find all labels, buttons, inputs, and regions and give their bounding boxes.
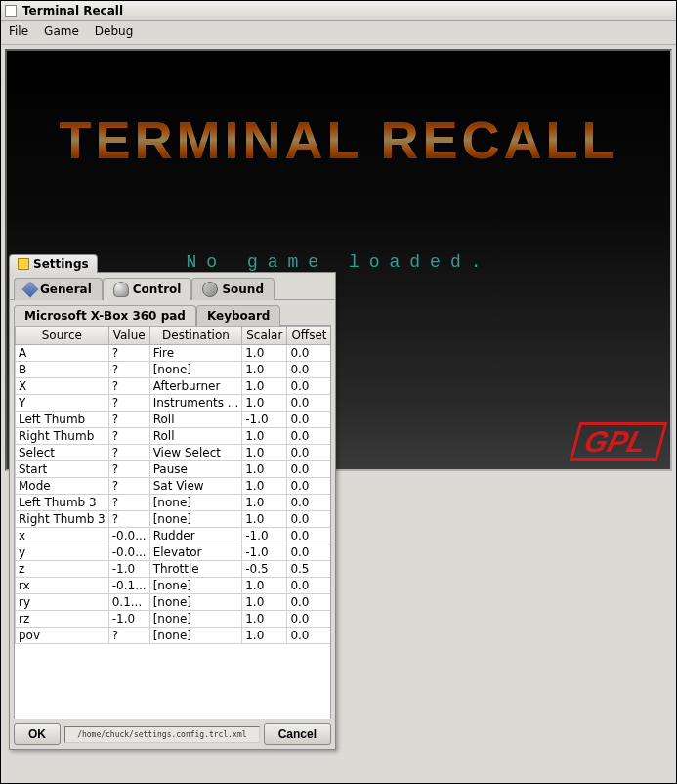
cell-source[interactable]: y (16, 544, 109, 561)
col-offset[interactable]: Offset (287, 327, 331, 345)
cell-value[interactable]: ? (108, 628, 149, 644)
cell-scalar[interactable]: 1.0 (242, 378, 287, 395)
cell-offset[interactable]: 0.0 (287, 544, 331, 561)
cell-source[interactable]: X (16, 378, 109, 395)
cell-scalar[interactable]: 1.0 (242, 428, 287, 445)
cell-offset[interactable]: 0.0 (287, 478, 331, 495)
table-row[interactable]: y-0.0...Elevator-1.00.0 (16, 544, 331, 561)
cell-source[interactable]: Left Thumb 3 (16, 495, 109, 511)
menu-debug[interactable]: Debug (95, 24, 133, 38)
table-row[interactable]: B?[none]1.00.0 (16, 362, 331, 378)
cell-destination[interactable]: [none] (149, 594, 242, 611)
cell-value[interactable]: ? (108, 428, 149, 445)
cell-source[interactable]: B (16, 362, 109, 378)
cell-destination[interactable]: Fire (149, 345, 242, 362)
table-row[interactable]: pov?[none]1.00.0 (16, 628, 331, 644)
cell-destination[interactable]: [none] (149, 611, 242, 628)
cell-destination[interactable]: Elevator (149, 544, 242, 561)
ok-button[interactable]: OK (14, 723, 61, 745)
cell-source[interactable]: Left Thumb (16, 412, 109, 428)
cell-scalar[interactable]: -1.0 (242, 544, 287, 561)
cell-source[interactable]: Mode (16, 478, 109, 495)
cell-destination[interactable]: Sat View (149, 478, 242, 495)
cell-scalar[interactable]: -1.0 (242, 412, 287, 428)
cell-offset[interactable]: 0.0 (287, 611, 331, 628)
cell-value[interactable]: ? (108, 495, 149, 511)
cell-destination[interactable]: [none] (149, 578, 242, 594)
cell-scalar[interactable]: -1.0 (242, 528, 287, 544)
cell-offset[interactable]: 0.0 (287, 428, 331, 445)
cell-source[interactable]: Y (16, 395, 109, 412)
cell-value[interactable]: -1.0 (108, 561, 149, 578)
cell-scalar[interactable]: 1.0 (242, 478, 287, 495)
cell-destination[interactable]: [none] (149, 362, 242, 378)
cell-destination[interactable]: [none] (149, 628, 242, 644)
cell-scalar[interactable]: 1.0 (242, 594, 287, 611)
cell-offset[interactable]: 0.0 (287, 378, 331, 395)
cancel-button[interactable]: Cancel (264, 723, 331, 745)
cell-value[interactable]: ? (108, 412, 149, 428)
cell-destination[interactable]: View Select (149, 445, 242, 461)
cell-source[interactable]: rz (16, 611, 109, 628)
cell-value[interactable]: ? (108, 511, 149, 528)
menu-file[interactable]: File (9, 24, 28, 38)
cell-offset[interactable]: 0.0 (287, 412, 331, 428)
cell-source[interactable]: Select (16, 445, 109, 461)
cell-scalar[interactable]: 1.0 (242, 611, 287, 628)
titlebar[interactable]: Terminal Recall (1, 1, 676, 21)
tab-general[interactable]: General (14, 278, 103, 300)
tab-xbox-pad[interactable]: Microsoft X-Box 360 pad (14, 305, 196, 326)
cell-value[interactable]: ? (108, 478, 149, 495)
col-scalar[interactable]: Scalar (242, 327, 287, 345)
table-row[interactable]: rx-0.1...[none]1.00.0 (16, 578, 331, 594)
cell-source[interactable]: Right Thumb (16, 428, 109, 445)
cell-destination[interactable]: [none] (149, 511, 242, 528)
cell-offset[interactable]: 0.0 (287, 345, 331, 362)
cell-offset[interactable]: 0.0 (287, 511, 331, 528)
cell-offset[interactable]: 0.0 (287, 461, 331, 478)
table-row[interactable]: Left Thumb 3?[none]1.00.0 (16, 495, 331, 511)
tab-sound[interactable]: Sound (191, 278, 275, 300)
cell-value[interactable]: -1.0 (108, 611, 149, 628)
cell-scalar[interactable]: 1.0 (242, 345, 287, 362)
cell-source[interactable]: Start (16, 461, 109, 478)
cell-offset[interactable]: 0.0 (287, 445, 331, 461)
table-row[interactable]: Y?Instruments ...1.00.0 (16, 395, 331, 412)
cell-value[interactable]: ? (108, 461, 149, 478)
tab-keyboard[interactable]: Keyboard (196, 305, 281, 326)
table-row[interactable]: X?Afterburner1.00.0 (16, 378, 331, 395)
settings-dialog-tab[interactable]: Settings (9, 254, 98, 273)
cell-source[interactable]: z (16, 561, 109, 578)
cell-scalar[interactable]: 1.0 (242, 511, 287, 528)
table-row[interactable]: Right Thumb 3?[none]1.00.0 (16, 511, 331, 528)
cell-offset[interactable]: 0.0 (287, 578, 331, 594)
table-row[interactable]: rz-1.0[none]1.00.0 (16, 611, 331, 628)
table-row[interactable]: Right Thumb?Roll1.00.0 (16, 428, 331, 445)
cell-value[interactable]: -0.0... (108, 544, 149, 561)
cell-scalar[interactable]: 1.0 (242, 445, 287, 461)
cell-source[interactable]: A (16, 345, 109, 362)
table-row[interactable]: z-1.0Throttle-0.50.5 (16, 561, 331, 578)
cell-offset[interactable]: 0.0 (287, 528, 331, 544)
cell-source[interactable]: Right Thumb 3 (16, 511, 109, 528)
table-row[interactable]: ry0.1...[none]1.00.0 (16, 594, 331, 611)
cell-scalar[interactable]: 1.0 (242, 362, 287, 378)
cell-offset[interactable]: 0.0 (287, 594, 331, 611)
bindings-table[interactable]: Source Value Destination Scalar Offset A… (14, 325, 331, 719)
table-row[interactable]: Start?Pause1.00.0 (16, 461, 331, 478)
cell-value[interactable]: 0.1... (108, 594, 149, 611)
cell-destination[interactable]: [none] (149, 495, 242, 511)
cell-destination[interactable]: Roll (149, 428, 242, 445)
cell-value[interactable]: ? (108, 345, 149, 362)
cell-destination[interactable]: Pause (149, 461, 242, 478)
cell-destination[interactable]: Rudder (149, 528, 242, 544)
tab-control[interactable]: Control (103, 278, 192, 300)
col-value[interactable]: Value (108, 327, 149, 345)
table-row[interactable]: x-0.0...Rudder-1.00.0 (16, 528, 331, 544)
cell-value[interactable]: -0.0... (108, 528, 149, 544)
cell-value[interactable]: -0.1... (108, 578, 149, 594)
cell-source[interactable]: ry (16, 594, 109, 611)
cell-offset[interactable]: 0.0 (287, 628, 331, 644)
table-row[interactable]: Mode?Sat View1.00.0 (16, 478, 331, 495)
table-row[interactable]: Select?View Select1.00.0 (16, 445, 331, 461)
